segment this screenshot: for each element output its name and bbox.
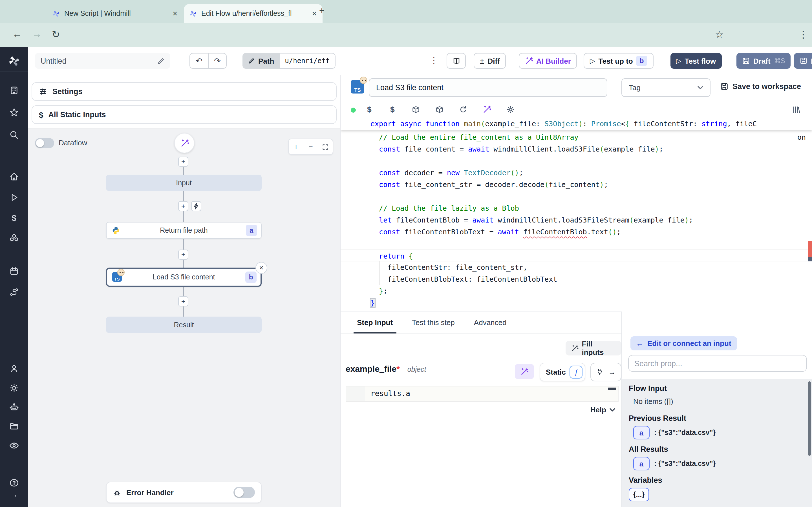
help-icon[interactable] bbox=[9, 478, 19, 489]
workers-robot-icon[interactable] bbox=[9, 402, 19, 412]
refresh-icon[interactable] bbox=[459, 105, 467, 114]
path-button[interactable]: Path bbox=[243, 53, 280, 69]
variables-header: Variables bbox=[629, 476, 662, 485]
gear-icon[interactable] bbox=[506, 105, 515, 114]
browser-tab-active[interactable]: Edit Flow u/henri/effortless_fl ✕ bbox=[184, 4, 322, 23]
expression-func-button[interactable]: ƒ bbox=[570, 365, 583, 379]
diff-button[interactable]: ± Diff bbox=[474, 53, 506, 69]
package-icon[interactable] bbox=[412, 105, 420, 114]
flows-route-icon[interactable] bbox=[9, 287, 19, 297]
windmill-logo-icon bbox=[52, 10, 60, 17]
fill-inputs-button[interactable]: Fill inputs bbox=[566, 341, 621, 355]
tab-close-icon[interactable]: ✕ bbox=[172, 10, 177, 17]
trigger-bolt-button[interactable] bbox=[191, 201, 201, 211]
arrow-right-icon[interactable]: → bbox=[608, 368, 616, 376]
tab-advanced[interactable]: Advanced bbox=[474, 312, 507, 333]
dataflow-toggle[interactable] bbox=[35, 138, 54, 148]
edit-or-connect-button[interactable]: ← Edit or connect an input bbox=[630, 336, 737, 350]
fullscreen-icon bbox=[322, 144, 329, 150]
remove-step-icon[interactable]: ✕ bbox=[255, 262, 267, 274]
bookmark-star-icon[interactable]: ☆ bbox=[715, 29, 724, 41]
test-up-to-button[interactable]: ▷ Test up to b bbox=[583, 53, 653, 69]
back-icon[interactable]: ← bbox=[12, 29, 22, 40]
step-node-a[interactable]: Return file path a bbox=[106, 222, 262, 239]
variables-dollar-icon[interactable]: $ bbox=[12, 213, 17, 223]
result-a-badge[interactable]: a bbox=[633, 457, 650, 470]
zoom-out-button[interactable]: − bbox=[303, 139, 318, 154]
plug-icon[interactable] bbox=[596, 369, 603, 376]
folders-icon[interactable] bbox=[9, 421, 19, 431]
workspace-building-icon[interactable] bbox=[9, 86, 19, 95]
flow-graph-canvas[interactable]: Dataflow + − + Input bbox=[28, 128, 340, 507]
tag-value: Tag bbox=[629, 83, 641, 92]
audit-eye-icon[interactable] bbox=[9, 441, 19, 451]
scrollbar-thumb[interactable] bbox=[808, 381, 811, 456]
test-flow-button[interactable]: ▷ Test flow bbox=[670, 53, 721, 69]
previous-result-row[interactable]: a : {"s3":"data.csv"} bbox=[633, 426, 716, 439]
flow-settings-row[interactable]: Settings bbox=[32, 82, 337, 101]
edge bbox=[183, 211, 184, 222]
step-node-b-selected[interactable]: TS Load S3 file content b bbox=[106, 268, 262, 287]
users-person-icon[interactable] bbox=[9, 364, 19, 374]
collapse-arrow-icon[interactable]: → bbox=[10, 490, 18, 499]
library-icon[interactable] bbox=[792, 105, 801, 114]
home-icon[interactable] bbox=[9, 172, 19, 181]
search-prop-input[interactable] bbox=[628, 355, 807, 372]
code-editor[interactable]: export async function main(example_file:… bbox=[341, 118, 812, 312]
favorites-star-icon[interactable] bbox=[9, 108, 19, 117]
reload-icon[interactable]: ↻ bbox=[52, 29, 60, 41]
ai-builder-button[interactable]: AI Builder bbox=[519, 53, 577, 69]
ai-wand-icon[interactable] bbox=[483, 105, 491, 114]
save-to-workspace-button[interactable]: Save to workspace bbox=[720, 82, 801, 91]
resources-cubes-icon[interactable] bbox=[9, 233, 19, 243]
browser-tab-inactive[interactable]: New Script | Windmill ✕ bbox=[47, 4, 183, 23]
tab-test-this-step[interactable]: Test this step bbox=[412, 312, 455, 333]
package-icon[interactable] bbox=[435, 105, 444, 114]
zoom-in-button[interactable]: + bbox=[289, 139, 303, 154]
dollar-icon[interactable]: $ bbox=[390, 105, 395, 114]
tab-close-icon[interactable]: ✕ bbox=[312, 10, 317, 17]
kebab-menu-icon[interactable]: ⋮ bbox=[430, 55, 438, 65]
path-value-input[interactable]: u/henri/eff bbox=[280, 53, 335, 69]
python-icon bbox=[112, 226, 120, 235]
settings-label: Settings bbox=[52, 87, 83, 96]
result-node[interactable]: Result bbox=[106, 317, 262, 333]
variables-badge[interactable]: {...} bbox=[629, 488, 649, 501]
all-results-row[interactable]: a : {"s3":"data.csv"} bbox=[633, 457, 716, 470]
ai-flow-wand-button[interactable] bbox=[174, 133, 195, 153]
insert-step-button[interactable]: + bbox=[178, 157, 188, 167]
input-expression-editor[interactable]: results.a bbox=[346, 386, 619, 402]
deploy-button[interactable]: Deploy bbox=[794, 53, 812, 69]
browser-menu-icon[interactable]: ⋮ bbox=[799, 29, 808, 41]
new-tab-button[interactable]: + bbox=[319, 6, 324, 16]
error-handler-card[interactable]: Error Handler bbox=[106, 482, 262, 503]
draft-button[interactable]: Draft ⌘S bbox=[737, 53, 791, 69]
ai-fill-button[interactable] bbox=[515, 364, 534, 379]
dollar-icon[interactable]: $ bbox=[367, 105, 371, 114]
step-title-input[interactable]: Load S3 file content bbox=[369, 78, 607, 97]
static-mode-toggle[interactable]: Static ƒ bbox=[540, 363, 586, 381]
flow-name-input[interactable]: Untitled bbox=[35, 53, 170, 69]
undo-button[interactable]: ↶ bbox=[190, 53, 208, 69]
all-static-inputs-row[interactable]: $ All Static Inputs bbox=[32, 105, 337, 124]
input-node[interactable]: Input bbox=[106, 175, 262, 191]
help-toggle[interactable]: Help bbox=[591, 406, 615, 414]
settings-gear-icon[interactable] bbox=[9, 383, 19, 393]
app-toolbar: Untitled ↶ ↷ Path u/henri/eff ⋮ ± Diff A… bbox=[28, 47, 812, 75]
schedules-calendar-icon[interactable] bbox=[9, 267, 19, 276]
error-handler-toggle[interactable] bbox=[234, 487, 255, 498]
redo-button[interactable]: ↷ bbox=[208, 53, 227, 69]
docs-book-button[interactable] bbox=[447, 53, 466, 69]
insert-step-button[interactable]: + bbox=[178, 249, 188, 260]
runs-play-icon[interactable] bbox=[9, 193, 19, 202]
search-icon[interactable] bbox=[9, 130, 19, 140]
insert-step-button[interactable]: + bbox=[178, 201, 188, 211]
scrollbar-thumb[interactable] bbox=[808, 257, 812, 262]
windmill-logo-icon[interactable] bbox=[8, 55, 20, 67]
fullscreen-button[interactable] bbox=[318, 139, 333, 154]
insert-step-button[interactable]: + bbox=[178, 296, 188, 306]
tag-select[interactable]: Tag bbox=[621, 78, 711, 97]
tab-step-input[interactable]: Step Input bbox=[357, 312, 393, 333]
forward-icon[interactable]: → bbox=[32, 29, 42, 40]
result-a-badge[interactable]: a bbox=[633, 426, 650, 439]
